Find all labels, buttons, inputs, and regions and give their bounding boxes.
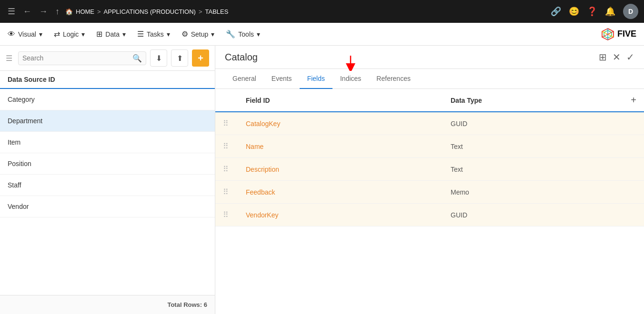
menu-icon[interactable]: ☰ — [6, 4, 17, 19]
help-icon[interactable]: ❓ — [587, 6, 597, 17]
field-id-cell[interactable]: VendorKey — [238, 204, 443, 226]
table-row[interactable]: ⠿ CatalogKey GUID — [215, 112, 644, 135]
field-id-value: Name — [246, 143, 263, 150]
sidebar-item-item[interactable]: Item — [0, 132, 215, 153]
nav-tools-label: Tools — [238, 30, 254, 38]
search-input[interactable] — [22, 54, 132, 62]
nav-data[interactable]: ⊞ Data ▾ — [96, 28, 126, 40]
field-id-value: Feedback — [246, 188, 275, 196]
sec-nav-left: 👁 Visual ▾ ⇄ Logic ▾ ⊞ Data ▾ ☰ Tasks ▾ … — [8, 28, 260, 40]
field-id-cell[interactable]: Feedback — [238, 181, 443, 204]
table-row[interactable]: ⠿ Feedback Memo — [215, 181, 644, 204]
nav-tasks-label: Tasks — [147, 30, 164, 38]
avatar[interactable]: D — [623, 4, 638, 19]
th-data-type: Data Type — [443, 89, 621, 112]
tab-fields[interactable]: Fields — [300, 69, 332, 89]
drag-handle-cell: ⠿ — [215, 204, 238, 226]
drag-handle-cell: ⠿ — [215, 158, 238, 181]
breadcrumb-home[interactable]: 🏠 — [65, 8, 73, 15]
table-container: Field ID Data Type + ⠿ CatalogKey GUID — [215, 89, 644, 314]
th-handle — [215, 89, 238, 112]
bell-icon[interactable]: 🔔 — [605, 6, 615, 17]
tab-general[interactable]: General — [225, 69, 264, 89]
field-id-value: Description — [246, 166, 279, 173]
sidebar-toolbar: ☰ 🔍 ⬇ ⬆ + — [0, 46, 215, 71]
nav-setup-label: Setup — [191, 30, 209, 38]
table-row[interactable]: ⠿ Name Text — [215, 135, 644, 158]
data-type-value: Text — [451, 166, 463, 173]
visual-dropdown-icon: ▾ — [39, 30, 42, 38]
drag-handle-icon: ⠿ — [223, 142, 229, 150]
nav-data-label: Data — [105, 30, 120, 38]
data-type-cell: GUID — [443, 204, 621, 226]
check-icon[interactable]: ✓ — [626, 51, 634, 63]
sidebar-item-category[interactable]: Category — [0, 89, 215, 110]
tools-dropdown-icon: ▾ — [257, 30, 260, 38]
data-type-cell: GUID — [443, 112, 621, 135]
field-id-value: VendorKey — [246, 211, 279, 219]
logic-icon: ⇄ — [54, 29, 60, 39]
breadcrumb-sep1: > — [97, 8, 101, 15]
panel-title: Catalog — [225, 52, 258, 63]
top-nav: ☰ ← → ↑ 🏠 HOME > APPLICATIONS (PRODUCTIO… — [0, 0, 644, 23]
breadcrumb-tables[interactable]: TABLES — [205, 8, 229, 15]
data-type-cell: Text — [443, 158, 621, 181]
connect-icon[interactable]: 🔗 — [551, 6, 561, 17]
data-type-value: Memo — [451, 188, 469, 196]
five-logo-icon — [601, 28, 614, 41]
grid-view-icon[interactable]: ⊞ — [599, 51, 607, 63]
download-button[interactable]: ⬇ — [150, 49, 167, 67]
nav-visual[interactable]: 👁 Visual ▾ — [8, 28, 42, 40]
red-arrow-annotation — [345, 56, 356, 71]
nav-tools[interactable]: 🔧 Tools ▾ — [226, 28, 260, 40]
five-logo-text: FIVE — [617, 29, 636, 39]
up-icon[interactable]: ↑ — [53, 5, 61, 19]
tab-indices[interactable]: Indices — [332, 69, 369, 89]
sec-nav: 👁 Visual ▾ ⇄ Logic ▾ ⊞ Data ▾ ☰ Tasks ▾ … — [0, 23, 644, 46]
nav-logic[interactable]: ⇄ Logic ▾ — [54, 28, 85, 40]
forward-icon[interactable]: → — [37, 5, 50, 19]
row-action-cell — [621, 204, 644, 226]
field-id-cell[interactable]: Description — [238, 158, 443, 181]
panel-header: Catalog ⊞ ✕ ✓ — [215, 46, 644, 69]
row-action-cell — [621, 158, 644, 181]
field-id-cell[interactable]: CatalogKey — [238, 112, 443, 135]
back-icon[interactable]: ← — [21, 5, 33, 19]
sidebar-item-staff[interactable]: Staff — [0, 175, 215, 196]
th-add: + — [621, 89, 644, 112]
data-type-value: GUID — [451, 120, 467, 128]
drag-handle-icon: ⠿ — [223, 188, 229, 196]
tasks-icon: ☰ — [137, 29, 144, 39]
table-row[interactable]: ⠿ VendorKey GUID — [215, 204, 644, 226]
logic-dropdown-icon: ▾ — [81, 30, 85, 38]
th-field-id: Field ID — [238, 89, 443, 112]
nav-logic-label: Logic — [63, 30, 79, 38]
tab-references[interactable]: References — [369, 69, 418, 89]
data-icon: ⊞ — [96, 29, 102, 39]
breadcrumb-home-label[interactable]: HOME — [76, 8, 94, 15]
tasks-dropdown-icon: ▾ — [167, 30, 170, 38]
table-row[interactable]: ⠿ Description Text — [215, 158, 644, 181]
tab-events[interactable]: Events — [264, 69, 300, 89]
nav-setup[interactable]: ⚙ Setup ▾ — [181, 28, 215, 40]
nav-tasks[interactable]: ☰ Tasks ▾ — [137, 28, 170, 40]
sidebar-item-department[interactable]: Department — [0, 110, 215, 132]
field-id-cell[interactable]: Name — [238, 135, 443, 158]
close-icon[interactable]: ✕ — [613, 51, 621, 63]
search-icon: 🔍 — [132, 54, 142, 63]
data-type-cell: Text — [443, 135, 621, 158]
sidebar-item-position[interactable]: Position — [0, 153, 215, 175]
sidebar: ☰ 🔍 ⬇ ⬆ + Data Source ID Category Depart… — [0, 46, 215, 314]
drag-handle-cell: ⠿ — [215, 181, 238, 204]
tools-icon: 🔧 — [226, 29, 235, 39]
user-icon[interactable]: 😊 — [569, 6, 579, 17]
drag-handle-cell: ⠿ — [215, 112, 238, 135]
upload-button[interactable]: ⬆ — [171, 49, 188, 67]
breadcrumb-app[interactable]: APPLICATIONS (PRODUCTION) — [104, 8, 196, 15]
panel-actions: ⊞ ✕ ✓ — [599, 51, 634, 63]
add-button[interactable]: + — [192, 49, 209, 67]
top-nav-left: ☰ ← → ↑ 🏠 HOME > APPLICATIONS (PRODUCTIO… — [6, 4, 547, 19]
sidebar-item-vendor[interactable]: Vendor — [0, 196, 215, 217]
data-table: Field ID Data Type + ⠿ CatalogKey GUID — [215, 89, 644, 226]
add-field-button[interactable]: + — [631, 95, 636, 106]
